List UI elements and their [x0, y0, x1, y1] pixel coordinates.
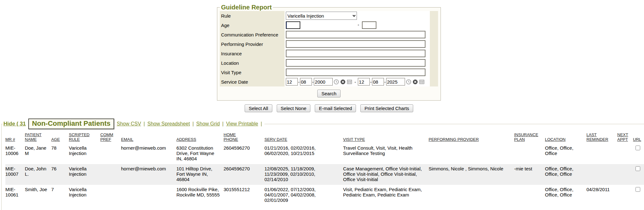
- print-selected-charts-button[interactable]: Print Selected Charts: [360, 104, 413, 112]
- rule-select[interactable]: Varicella Injection: [286, 12, 357, 20]
- calendar-icon[interactable]: [347, 79, 352, 85]
- select-none-button[interactable]: Select None: [277, 104, 311, 112]
- visit-type-input[interactable]: [286, 69, 425, 76]
- next-appt-cell: [617, 164, 633, 185]
- service-date-to-day-input[interactable]: [372, 78, 384, 86]
- performing-provider-label: Performing Provider: [220, 39, 285, 49]
- search-button[interactable]: Search: [317, 90, 341, 97]
- show-spreadsheet-link[interactable]: Show Spreadsheet: [147, 121, 190, 127]
- performing-provider-input[interactable]: [286, 40, 425, 48]
- email-cell: [121, 185, 176, 206]
- form-row-strip: [430, 20, 438, 30]
- form-row-strip: [430, 30, 438, 39]
- show-csv-link[interactable]: Show CSV: [117, 121, 141, 127]
- serv-date-cell: 12/08/2025, 11/18/2009, 11/23/2009, 02/1…: [264, 164, 343, 185]
- col-header-patient-name[interactable]: PATIENT NAME: [25, 132, 51, 143]
- location-input[interactable]: [286, 59, 425, 67]
- search-row: Search: [220, 86, 438, 98]
- rule-row: Rule Varicella Injection: [220, 11, 438, 20]
- clock-icon[interactable]: [334, 79, 339, 85]
- url-cell: [633, 164, 644, 185]
- show-grid-link[interactable]: Show Grid: [196, 121, 220, 127]
- col-header-serv-date[interactable]: SERV DATE: [264, 132, 343, 143]
- last-reminder-cell: [586, 143, 617, 164]
- age-row: Age -: [220, 20, 438, 30]
- guideline-report-area: Guideline Report Rule Varicella Injectio…: [217, 4, 441, 101]
- clock-icon[interactable]: [406, 79, 411, 85]
- patient-name-cell: Doe, Jane M: [25, 143, 51, 164]
- col-header-email[interactable]: EMAIL: [121, 132, 176, 143]
- row-select-checkbox[interactable]: [636, 146, 640, 150]
- form-row-strip: [430, 77, 438, 86]
- form-row-strip: [430, 39, 438, 49]
- select-all-button[interactable]: Select All: [245, 104, 272, 112]
- col-header-comm-pref[interactable]: COMM PREF: [100, 132, 121, 143]
- col-header-mr[interactable]: MR #: [5, 132, 25, 143]
- form-title: Guideline Report: [220, 4, 273, 11]
- form-row-strip: [430, 11, 438, 20]
- address-cell: 6302 Constitution Drive, Fort Wayne IN, …: [176, 143, 224, 164]
- age-from-input[interactable]: [286, 21, 300, 29]
- insurance-input[interactable]: [286, 50, 425, 57]
- location-cell: Office, Office, Office: [545, 143, 586, 164]
- col-header-visit-type[interactable]: VISIT TYPE: [343, 132, 429, 143]
- clear-date-icon[interactable]: [413, 79, 418, 85]
- hide-link[interactable]: Hide ( 31: [3, 121, 26, 127]
- patient-name-cell: Smith, Joe: [25, 185, 51, 206]
- insurance-label: Insurance: [220, 49, 285, 58]
- age-to-input[interactable]: [362, 21, 376, 29]
- next-appt-cell: [617, 143, 633, 164]
- visit-type-cell: Case Management, Office Visit-Initial, O…: [343, 164, 429, 185]
- link-separator: |: [222, 121, 224, 127]
- email-selected-button[interactable]: E-mail Selected: [315, 104, 356, 112]
- location-cell: Office, Office, Office, Office: [545, 164, 586, 185]
- mr-cell: MIE-10061: [5, 185, 25, 206]
- col-header-age[interactable]: AGE: [51, 132, 69, 143]
- section-title: Non-Compliant Patients: [28, 119, 114, 129]
- date-part-separator: -: [384, 80, 386, 85]
- form-row-strip: [430, 68, 438, 77]
- service-date-from-group: --: [286, 78, 333, 86]
- insurance-plan-cell: -mie test: [514, 164, 545, 185]
- row-select-checkbox[interactable]: [636, 166, 640, 171]
- col-header-url[interactable]: URL: [633, 132, 644, 143]
- home-phone-cell: 3015551212: [224, 185, 264, 206]
- comm-pref-cell: [100, 143, 121, 164]
- date-part-separator: -: [298, 80, 300, 85]
- col-header-insurance-plan[interactable]: INSURANCE PLAN: [514, 132, 545, 143]
- communication-preference-row: Communication Preference: [220, 30, 438, 39]
- performing-provider-cell: [429, 143, 514, 164]
- col-header-home-phone[interactable]: HOME PHONE: [224, 132, 264, 143]
- row-select-checkbox[interactable]: [636, 187, 640, 192]
- patient-name-cell: Doe, John L.: [25, 164, 51, 185]
- communication-preference-input[interactable]: [286, 31, 425, 38]
- link-separator: |: [144, 121, 145, 127]
- link-separator: |: [261, 121, 262, 127]
- service-date-to-year-input[interactable]: [386, 78, 405, 86]
- form-row-strip: [430, 49, 438, 58]
- form-row-strip: [430, 58, 438, 68]
- serv-date-cell: 01/21/2016, 02/02/2016, 06/02/2020, 10/2…: [264, 143, 343, 164]
- col-header-address[interactable]: ADDRESS: [176, 132, 224, 143]
- comm-pref-cell: [100, 164, 121, 185]
- location-row: Location: [220, 58, 438, 68]
- view-printable-link[interactable]: View Printable: [226, 121, 258, 127]
- service-date-to-month-input[interactable]: [358, 78, 370, 86]
- address-cell: 101 Hilltop Drive, Fort Wayne IN, 46804: [176, 164, 224, 185]
- location-cell: Office, Office, Office, Office: [545, 185, 586, 206]
- col-header-performing-provider[interactable]: PERFORMING PROVIDER: [429, 132, 514, 143]
- url-cell: [633, 185, 644, 206]
- service-date-from-month-input[interactable]: [286, 78, 298, 86]
- service-date-from-year-input[interactable]: [314, 78, 333, 86]
- col-header-next-appt[interactable]: NEXT APPT: [617, 132, 633, 143]
- service-date-from-day-input[interactable]: [300, 78, 312, 86]
- performing-provider-row: Performing Provider: [220, 39, 438, 49]
- patients-table-header-row: MR # PATIENT NAME AGE SCRIPTED RULE COMM…: [5, 132, 644, 143]
- location-label: Location: [220, 58, 285, 68]
- col-header-last-reminder[interactable]: LAST REMINDER: [586, 132, 617, 143]
- link-separator: |: [192, 121, 194, 127]
- clear-date-icon[interactable]: [340, 79, 346, 85]
- col-header-location[interactable]: LOCATION: [545, 132, 586, 143]
- col-header-scripted-rule[interactable]: SCRIPTED RULE: [69, 132, 100, 143]
- calendar-icon[interactable]: [419, 79, 425, 85]
